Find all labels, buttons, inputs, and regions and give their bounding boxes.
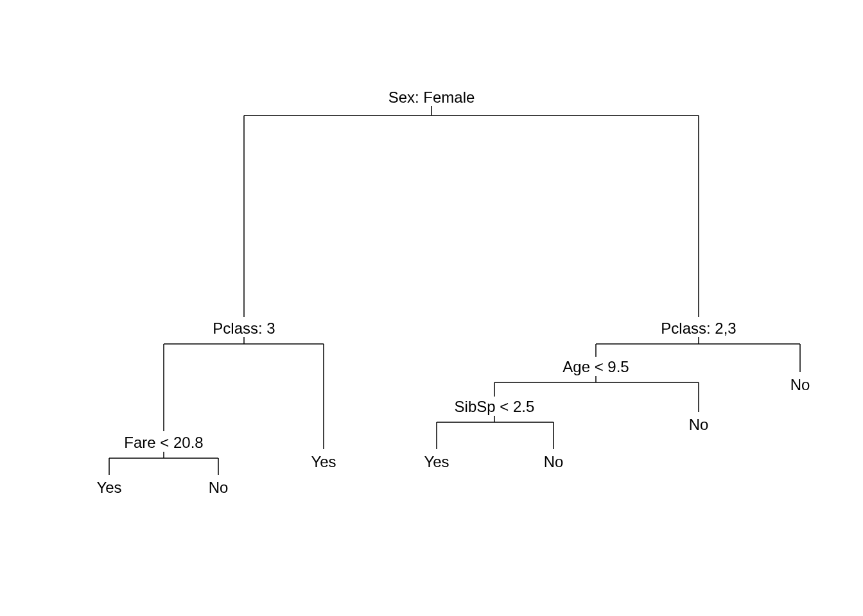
- sibsp-split-label: SibSp < 2.5: [455, 398, 535, 415]
- age-split-label: Age < 9.5: [562, 358, 629, 375]
- leaf-no-1: No: [209, 479, 229, 496]
- leaf-no-3: No: [689, 416, 709, 433]
- leaf-no-4: No: [790, 376, 810, 393]
- root-split-label: Sex: Female: [388, 89, 475, 106]
- left-split-label: Pclass: 3: [213, 320, 275, 337]
- fare-split-label: Fare < 20.8: [124, 434, 203, 451]
- leaf-yes-3: Yes: [424, 453, 449, 470]
- leaf-no-2: No: [544, 453, 564, 470]
- leaf-yes-2: Yes: [311, 453, 336, 470]
- leaf-yes-1: Yes: [96, 479, 121, 496]
- decision-tree-diagram: Sex: Female Pclass: 3 Fare < 20.8 Yes No…: [0, 0, 863, 616]
- right-split-label: Pclass: 2,3: [661, 320, 736, 337]
